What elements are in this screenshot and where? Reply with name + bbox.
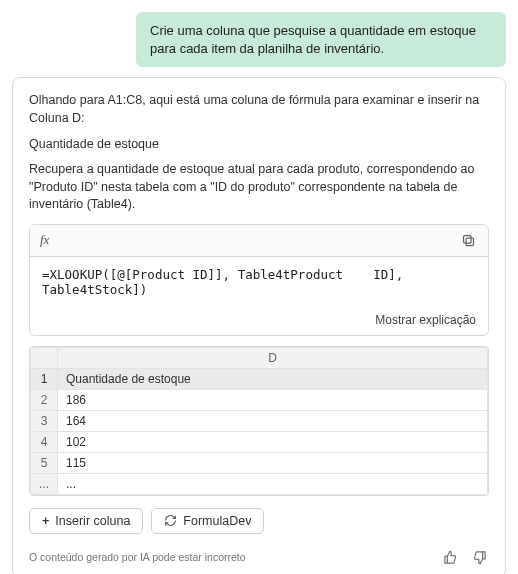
thumbs-down-button[interactable] [470,548,489,567]
cell: 186 [58,389,488,410]
svg-rect-1 [464,235,472,243]
assistant-intro: Olhando para A1:C8, aqui está uma coluna… [29,92,489,127]
row-number: 2 [31,389,58,410]
thumbs-down-icon [472,550,487,565]
fx-label: fx [40,232,49,248]
row-number: 4 [31,431,58,452]
copy-formula-button[interactable] [459,231,478,250]
plus-icon: + [42,514,49,528]
action-row: + Inserir coluna FormulaDev [29,508,489,534]
assistant-response-card: Olhando para A1:C8, aqui está uma coluna… [12,77,506,574]
formula-header: fx [30,225,488,257]
cell: 102 [58,431,488,452]
assistant-description: Recupera a quantidade de estoque atual p… [29,161,489,214]
formula-dev-button[interactable]: FormulaDev [151,508,264,534]
column-title: Quantidade de estoque [29,137,489,151]
refresh-icon [164,514,177,527]
cell: 164 [58,410,488,431]
formula-text: =XLOOKUP([@[Product ID]], Table4tProduct… [30,257,488,307]
show-explanation-link[interactable]: Mostrar explicação [375,313,476,327]
row-number: 5 [31,452,58,473]
table-corner [31,347,58,368]
user-message-bubble: Crie uma coluna que pesquise a quantidad… [136,12,506,67]
column-header: D [58,347,488,368]
feedback-buttons [441,548,489,567]
svg-rect-0 [466,238,474,246]
row-number: 3 [31,410,58,431]
insert-column-button[interactable]: + Inserir coluna [29,508,143,534]
thumbs-up-button[interactable] [441,548,460,567]
copy-icon [461,233,476,248]
row-number: 1 [31,368,58,389]
formula-block: fx =XLOOKUP([@[Product ID]], Table4tProd… [29,224,489,336]
ai-disclaimer: O conteúdo gerado por IA pode estar inco… [29,551,246,563]
thumbs-up-icon [443,550,458,565]
user-message-text: Crie uma coluna que pesquise a quantidad… [150,23,476,56]
row-number: ... [31,473,58,494]
cell: Quantidade de estoque [58,368,488,389]
formula-dev-label: FormulaDev [183,514,251,528]
insert-column-label: Inserir coluna [55,514,130,528]
preview-table: D 1 Quantidade de estoque 2 186 3 164 4 … [29,346,489,496]
cell: ... [58,473,488,494]
footer-row: O conteúdo gerado por IA pode estar inco… [29,548,489,567]
cell: 115 [58,452,488,473]
